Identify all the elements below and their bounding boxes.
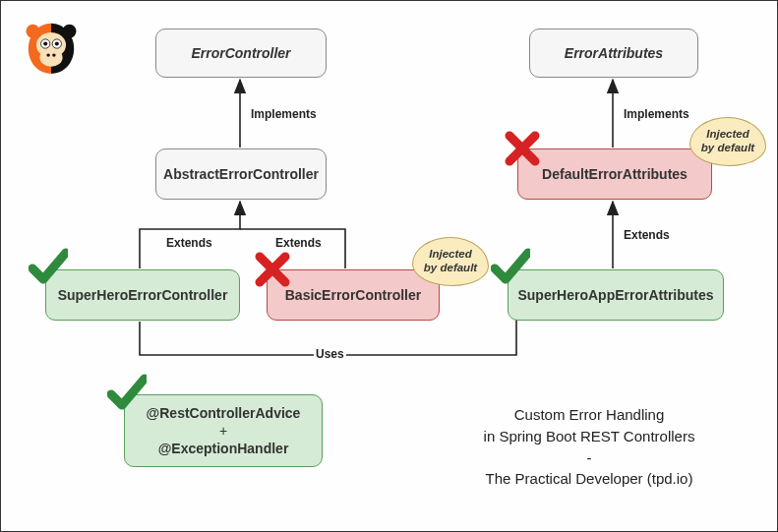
svg-point-4 [43,41,47,45]
caption-line-4: The Practical Developer (tpd.io) [442,468,737,490]
svg-point-7 [52,53,55,56]
node-default-error-attributes: DefaultErrorAttributes [517,148,712,200]
edge-label-extends-2: Extends [273,236,324,250]
diagram-canvas: ErrorController ErrorAttributes Abstract… [0,0,778,532]
edge-label-implements-1: Implements [249,107,319,121]
svg-point-8 [26,25,39,38]
node-error-controller: ErrorController [155,29,327,78]
svg-point-6 [46,53,49,56]
cloud-injected-2: Injected by default [689,117,766,166]
edge-label-extends-3: Extends [622,228,672,242]
svg-point-9 [63,25,77,38]
monkey-logo [23,19,80,76]
node-abstract-error-controller: AbstractErrorController [155,148,327,200]
edge-label-uses: Uses [314,347,346,361]
advice-line-1: @RestControllerAdvice [147,404,301,422]
cloud-injected-1: Injected by default [412,237,489,286]
svg-point-5 [55,41,59,45]
node-superhero-error-controller: SuperHeroErrorController [45,269,240,321]
node-basic-error-controller: BasicErrorController [267,269,440,321]
node-rest-controller-advice: @RestControllerAdvice + @ExceptionHandle… [124,394,323,467]
advice-line-2: @ExceptionHandler [158,440,289,457]
svg-point-1 [39,48,62,67]
edge-label-implements-2: Implements [622,107,691,121]
node-error-attributes: ErrorAttributes [529,29,698,78]
caption-line-2: in Spring Boot REST Controllers [442,426,737,447]
advice-plus: + [219,422,227,440]
edge-label-extends-1: Extends [164,236,214,250]
caption-line-1: Custom Error Handling [442,404,737,426]
node-superhero-app-error-attributes: SuperHeroAppErrorAttributes [508,269,724,321]
caption-block: Custom Error Handling in Spring Boot RES… [442,404,737,490]
caption-line-3: - [442,447,737,469]
